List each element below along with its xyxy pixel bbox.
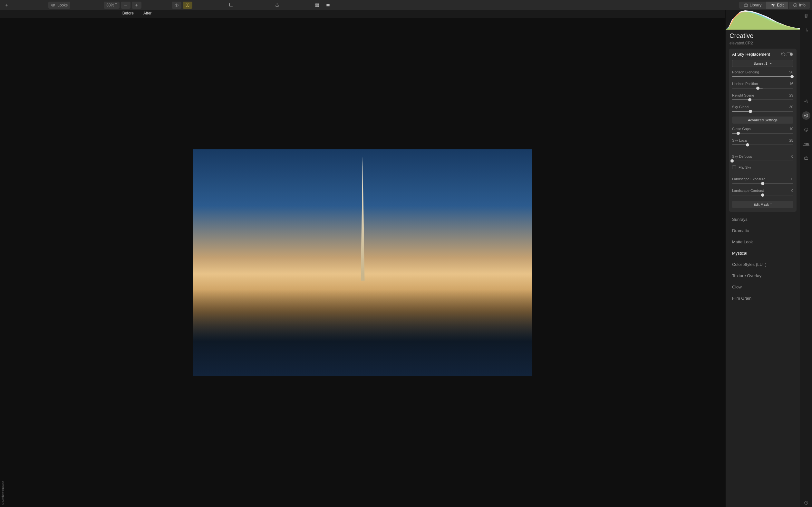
- info-icon: [793, 3, 798, 7]
- slider-thumb[interactable]: [748, 98, 751, 101]
- slider-thumb[interactable]: [737, 132, 740, 135]
- svg-rect-7: [316, 5, 317, 7]
- filter-item[interactable]: Matte Look: [727, 236, 798, 247]
- slider-main: Sky Global 30: [732, 105, 793, 113]
- slider-value: 0: [792, 155, 793, 158]
- zoom-in-button[interactable]: [132, 2, 142, 9]
- filter-item[interactable]: Mystical: [727, 247, 798, 259]
- minus-icon: [123, 3, 128, 7]
- zoom-out-button[interactable]: [121, 2, 131, 9]
- compare-divider[interactable]: [319, 149, 319, 376]
- flip-sky-checkbox[interactable]: [732, 165, 736, 169]
- plus-icon: [4, 3, 9, 7]
- slider-track[interactable]: [732, 86, 793, 90]
- zoom-display[interactable]: 38% ˅: [104, 2, 119, 9]
- rail-levels[interactable]: [802, 26, 810, 34]
- filter-item[interactable]: Dramatic: [727, 225, 798, 236]
- slider-thumb[interactable]: [749, 110, 752, 113]
- looks-label: Looks: [57, 3, 68, 7]
- edit-mask-button[interactable]: Edit Mask ˅: [732, 201, 793, 208]
- single-view-button[interactable]: [323, 2, 333, 9]
- add-button[interactable]: [2, 2, 12, 9]
- slider-main: Relight Scene 29: [732, 93, 793, 102]
- slider-track[interactable]: [732, 181, 793, 185]
- rail-pro-label: PRO: [803, 142, 809, 146]
- library-icon: [744, 3, 748, 7]
- compare-icon: [185, 3, 190, 7]
- filter-item[interactable]: Glow: [727, 281, 798, 293]
- slider-thumb[interactable]: [761, 193, 764, 197]
- grid-view-button[interactable]: [312, 2, 322, 9]
- slider-value: 0: [792, 177, 793, 181]
- share-button[interactable]: [272, 2, 282, 9]
- svg-rect-19: [804, 157, 808, 160]
- top-toolbar: Looks 38% ˅ Library Edit: [0, 0, 812, 10]
- rail-portrait[interactable]: [802, 125, 810, 134]
- tab-edit-label: Edit: [777, 3, 783, 7]
- rail-layers[interactable]: [802, 12, 810, 20]
- crop-button[interactable]: [226, 2, 236, 9]
- sky-preset-label: Sunset 1: [753, 61, 767, 65]
- slider-track[interactable]: [732, 109, 793, 113]
- slider-thumb[interactable]: [746, 143, 749, 147]
- svg-point-11: [772, 4, 773, 4]
- slider-track[interactable]: [732, 159, 793, 163]
- slider-adv: Sky Local 25: [732, 138, 793, 147]
- panel-title: Creative: [729, 32, 796, 40]
- palette-icon: [804, 113, 808, 118]
- rail-utility[interactable]: [802, 154, 810, 162]
- after-label: After: [143, 11, 151, 15]
- rail-pro[interactable]: PRO: [802, 140, 810, 148]
- crop-icon: [229, 3, 233, 7]
- sun-icon: [804, 99, 808, 104]
- svg-point-12: [773, 5, 774, 6]
- slider-track[interactable]: [732, 143, 793, 147]
- slider-thumb[interactable]: [730, 159, 734, 163]
- slider-track[interactable]: [732, 98, 793, 102]
- slider-thumb[interactable]: [756, 87, 759, 90]
- svg-rect-3: [186, 4, 188, 6]
- slider-value: 29: [790, 93, 793, 97]
- rail-essentials[interactable]: [802, 97, 810, 106]
- tab-edit[interactable]: Edit: [766, 2, 789, 9]
- svg-rect-9: [327, 4, 329, 6]
- slider-value: 25: [790, 138, 793, 142]
- canvas[interactable]: ©Mathew Browne: [0, 18, 725, 507]
- slider-label: Relight Scene: [732, 93, 754, 97]
- plus-icon: [134, 3, 139, 7]
- rail-creative[interactable]: [802, 111, 810, 120]
- svg-rect-4: [188, 4, 190, 6]
- slider-track[interactable]: [732, 193, 793, 197]
- sliders-icon: [771, 3, 775, 7]
- svg-point-17: [807, 115, 807, 116]
- looks-button[interactable]: Looks: [48, 2, 70, 9]
- preview-button[interactable]: [172, 2, 182, 9]
- slider-label: Sky Global: [732, 105, 749, 109]
- tool-toggle[interactable]: [785, 52, 793, 56]
- compare-button[interactable]: [183, 2, 192, 9]
- reset-icon[interactable]: [781, 52, 785, 57]
- filter-item[interactable]: Film Grain: [727, 293, 798, 304]
- advanced-settings-button[interactable]: Advanced Settings: [732, 117, 793, 124]
- slider-track[interactable]: [732, 131, 793, 135]
- slider-label: Close Gaps: [732, 127, 751, 131]
- mode-tabs: Library Edit Info: [739, 2, 810, 9]
- filter-item[interactable]: Texture Overlay: [727, 270, 798, 281]
- svg-rect-8: [318, 5, 319, 7]
- svg-point-18: [804, 128, 808, 132]
- tab-library[interactable]: Library: [739, 2, 767, 9]
- slider-landscape: Landscape Contrast 0: [732, 189, 793, 197]
- histogram[interactable]: [726, 10, 800, 30]
- rail-history[interactable]: [802, 499, 810, 507]
- filter-item[interactable]: Color Styles (LUT): [727, 259, 798, 270]
- filter-item[interactable]: Sunrays: [727, 214, 798, 225]
- tab-info-label: Info: [799, 3, 806, 7]
- panel-header: Creative elevated.CR2: [726, 30, 800, 47]
- tab-info[interactable]: Info: [789, 2, 810, 9]
- slider-track[interactable]: [732, 75, 793, 78]
- tool-card-sky-replacement: AI Sky Replacement Sunset 1 Horizon Blen…: [729, 49, 797, 212]
- slider-label: Sky Defocus: [732, 155, 752, 158]
- sky-preset-select[interactable]: Sunset 1: [732, 60, 793, 67]
- slider-thumb[interactable]: [791, 75, 794, 78]
- slider-thumb[interactable]: [761, 182, 764, 185]
